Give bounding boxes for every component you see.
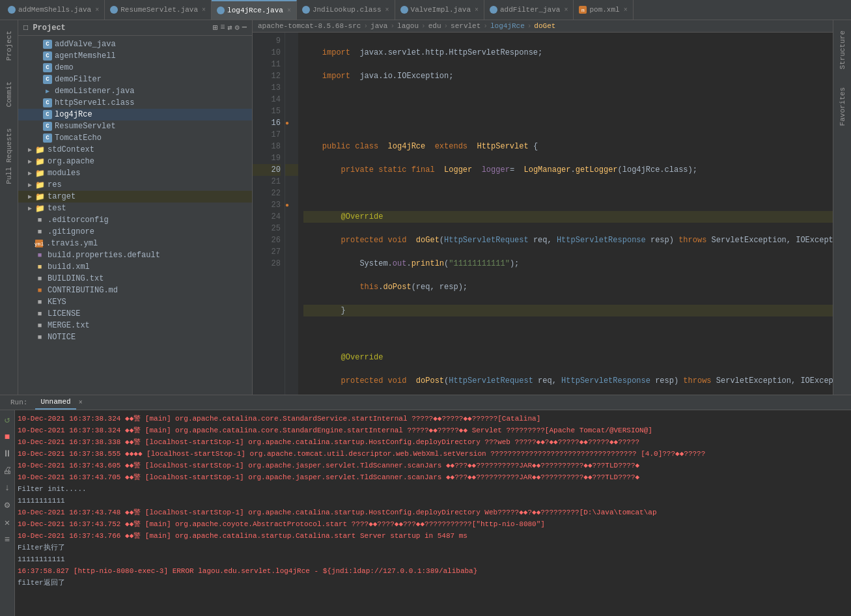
console-line: 10-Dec-2021 16:37:43.705 ◆◆警 [localhost-… (18, 471, 848, 483)
project-icon[interactable]: Project (3, 25, 16, 66)
tree-item-label: target (48, 192, 76, 201)
gutter-line (285, 141, 298, 152)
console-line: 10-Dec-2021 16:37:43.748 ◆◆警 [localhost-… (18, 507, 848, 518)
tree-item-resumeservlet[interactable]: C ResumeServlet (18, 120, 252, 132)
toolbar-icon-3[interactable]: ⇄ (227, 23, 232, 33)
tree-item-log4jrce[interactable]: C log4jRce (18, 109, 252, 120)
console-line: Filter执行了 (18, 542, 848, 553)
gutter-line (285, 129, 298, 141)
tab-unnamed[interactable]: Unnamed (35, 395, 76, 410)
tab-label: ValveImpl.java (411, 6, 471, 14)
close-icon[interactable]: × (385, 7, 389, 14)
tree-item-travis[interactable]: yml .travis.yml (18, 238, 252, 249)
tab-addmemshells[interactable]: addMemShells.java × (3, 0, 105, 20)
gutter-line (285, 258, 298, 270)
settings-button[interactable]: ≡ (3, 533, 11, 546)
tree-item-build-props[interactable]: ■ build.properties.default (18, 249, 252, 261)
tree-item-orgapache[interactable]: ▶ 📁 org.apache (18, 156, 252, 167)
folder-icon: 📁 (35, 169, 44, 178)
close-tab-btn[interactable]: × (79, 399, 83, 406)
structure-icon[interactable]: Structure (836, 25, 849, 74)
console-line: 10-Dec-2021 16:37:38.324 ◆◆警 [main] org.… (18, 413, 848, 425)
breadcrumb-item-2[interactable]: java (370, 22, 387, 30)
console-line: filter返回了 (18, 577, 848, 589)
toolbar-icon-5[interactable]: — (242, 23, 247, 33)
close-icon[interactable]: × (202, 7, 206, 14)
tree-item-tomcatecho[interactable]: C TomcatEcho (18, 132, 252, 144)
code-container[interactable]: 9 10 11 12 13 14 15 16 17 18 19 20 21 22 (253, 33, 833, 395)
console-line: 11111111111 (18, 495, 848, 507)
tree-item-notice[interactable]: ■ NOTICE (18, 331, 252, 343)
print-button[interactable]: 🖨 (1, 464, 13, 477)
breadcrumb-item-6[interactable]: log4jRce (490, 22, 525, 30)
tree-item-merge[interactable]: ■ MERGE.txt (18, 320, 252, 331)
tree-item-demo[interactable]: C demo (18, 62, 252, 74)
breadcrumb-item-7[interactable]: doGet (534, 22, 555, 30)
tab-resumeservlet[interactable]: ResumeServlet.java × (105, 0, 212, 20)
close-icon[interactable]: × (564, 7, 568, 14)
breadcrumb-item-4[interactable]: edu (428, 22, 441, 30)
tab-valveimpl[interactable]: ValveImpl.java × (395, 0, 484, 20)
pull-requests-icon[interactable]: Pull Requests (3, 123, 16, 189)
code-editor[interactable]: import javax.servlet.http.HttpServletRes… (298, 33, 833, 395)
favorites-icon[interactable]: Favorites (836, 82, 849, 131)
file-icon: ■ (35, 216, 44, 225)
tab-label: JndiLookup.class (313, 6, 382, 14)
tree-item-keys[interactable]: ■ KEYS (18, 296, 252, 308)
filter-button[interactable]: ⚙ (3, 498, 11, 512)
close-icon[interactable]: × (624, 7, 628, 14)
tree-item-demofilter[interactable]: C demoFilter (18, 74, 252, 85)
gutter-line (285, 152, 298, 164)
tree-item-res[interactable]: ▶ 📁 res (18, 179, 252, 191)
tree-item-label: stdContext (48, 145, 94, 154)
tree-item-target[interactable]: ▶ 📁 target (18, 191, 252, 203)
bookmark-icon: ● (285, 120, 289, 127)
tree-item-label: LICENSE (48, 309, 80, 318)
tab-addfilter[interactable]: addFilter_java × (484, 0, 574, 20)
tree-item-agentmemshell[interactable]: C agentMemshell (18, 50, 252, 62)
toolbar-icon-2[interactable]: ≡ (220, 23, 225, 33)
breadcrumb: apache-tomcat-8.5.68-src › java › lagou … (253, 20, 833, 33)
pause-button[interactable]: ⏸ (1, 447, 13, 460)
tree-item-contributing[interactable]: ■ CONTRIBUTING.md (18, 285, 252, 296)
gutter-line (285, 70, 298, 82)
close-button[interactable]: ✕ (3, 516, 11, 529)
tree-item-httpservelt[interactable]: C httpServelt.class (18, 97, 252, 109)
tree-item-build-xml[interactable]: ■ build.xml (18, 261, 252, 273)
line-number: 22 (253, 188, 281, 199)
tab-jndilookup[interactable]: JndiLookup.class × (297, 0, 395, 20)
tree-item-addvalve[interactable]: C addValve_java (18, 38, 252, 50)
gutter-line (285, 246, 298, 258)
breadcrumb-item-5[interactable]: servlet (451, 22, 481, 30)
tab-log4jrce[interactable]: log4jRce.java × (212, 0, 297, 20)
gutter-line (285, 176, 298, 188)
md-icon: ■ (35, 286, 44, 295)
close-icon[interactable]: × (287, 7, 291, 14)
tree-item-test[interactable]: ▶ 📁 test (18, 203, 252, 214)
breadcrumb-item-3[interactable]: lagou (397, 22, 419, 30)
tab-pomxml[interactable]: m pom.xml × (574, 0, 633, 20)
rerun-button[interactable]: ↺ (3, 413, 11, 427)
tree-item-gitignore[interactable]: ■ .gitignore (18, 226, 252, 238)
breadcrumb-item-1[interactable]: apache-tomcat-8.5.68-src (258, 22, 361, 30)
tree-item-modules[interactable]: ▶ 📁 modules (18, 167, 252, 179)
class-icon: C (43, 40, 52, 49)
tab-label: ResumeServlet.java (120, 6, 198, 14)
tree-item-license[interactable]: ■ LICENSE (18, 308, 252, 320)
breadcrumb-sep: › (483, 22, 488, 30)
line-number: 10 (253, 47, 281, 59)
stop-button[interactable]: ■ (3, 430, 11, 443)
close-icon[interactable]: × (95, 7, 99, 14)
tree-item-label: build.xml (48, 262, 90, 272)
tree-item-building[interactable]: ■ BUILDING.txt (18, 273, 252, 285)
toolbar-icon-1[interactable]: ⊞ (213, 23, 217, 33)
tree-item-editorconfig[interactable]: ■ .editorconfig (18, 214, 252, 226)
scroll-button[interactable]: ↓ (3, 481, 11, 494)
close-icon[interactable]: × (475, 7, 479, 14)
gutter-line (285, 47, 298, 59)
toolbar-icon-4[interactable]: ⚙ (235, 23, 240, 33)
tree-item-demolistener[interactable]: ▶ demoListener.java (18, 85, 252, 97)
tree-item-stdcontext[interactable]: ▶ 📁 stdContext (18, 144, 252, 156)
gutter-line (285, 234, 298, 246)
commit-icon[interactable]: Commit (3, 76, 16, 113)
